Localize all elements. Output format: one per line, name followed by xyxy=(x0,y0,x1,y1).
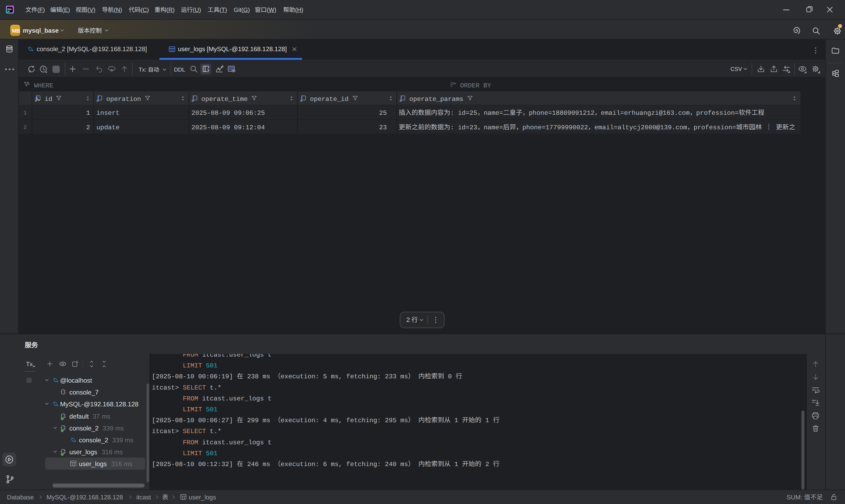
svg-text:DG: DG xyxy=(7,8,12,11)
